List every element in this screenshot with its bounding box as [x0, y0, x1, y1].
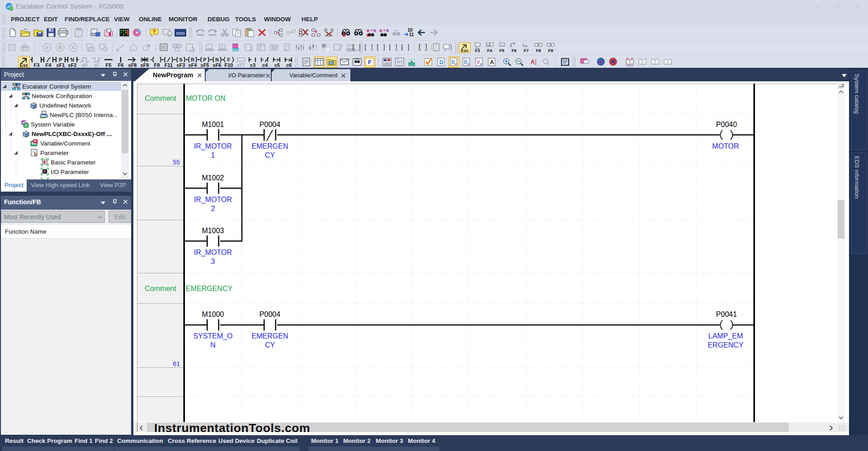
svg-text:F8: F8: [536, 48, 541, 53]
svg-text:P: P: [59, 57, 62, 62]
svg-text:sF2: sF2: [68, 62, 77, 68]
svg-text:EMERGENCY: EMERGENCY: [186, 285, 232, 292]
svg-text:N: N: [210, 341, 216, 349]
svg-text:o: o: [467, 62, 470, 66]
svg-text:D: D: [439, 59, 443, 66]
svg-text:EMERGEN: EMERGEN: [252, 142, 288, 150]
svg-text:F3: F3: [475, 48, 480, 53]
svg-text:A: A: [531, 59, 535, 65]
svg-text:P0004: P0004: [259, 121, 280, 128]
svg-text:F6: F6: [118, 62, 123, 68]
svg-text:aR: aR: [81, 62, 88, 68]
svg-text:IR_MOTOR: IR_MOTOR: [194, 142, 232, 150]
svg-text:P: P: [203, 57, 206, 62]
svg-text:sF5: sF5: [200, 62, 209, 68]
svg-text:R: R: [191, 57, 195, 62]
svg-text:c5: c5: [274, 62, 279, 68]
svg-text:?: ?: [153, 29, 156, 34]
svg-text:F4: F4: [487, 48, 492, 53]
svg-text:N: N: [487, 44, 489, 47]
svg-text:F9: F9: [548, 48, 553, 53]
svg-text:c6: c6: [286, 62, 292, 68]
svg-text:F3: F3: [33, 62, 39, 68]
svg-text:D: D: [367, 33, 370, 37]
svg-text:M1003: M1003: [202, 227, 224, 235]
svg-text:o: o: [373, 28, 376, 33]
svg-text:sF3: sF3: [176, 62, 185, 68]
svg-text:M1002: M1002: [202, 174, 224, 182]
svg-text:D: D: [343, 33, 346, 37]
svg-text:Comment: Comment: [145, 94, 176, 102]
svg-text:Comment: Comment: [145, 285, 176, 292]
svg-text:61: 61: [173, 360, 180, 367]
svg-text:IR_MOTOR: IR_MOTOR: [194, 249, 232, 257]
svg-text:F11: F11: [165, 62, 173, 68]
svg-text:EMERGEN: EMERGEN: [252, 332, 288, 340]
svg-text:sF9: sF9: [140, 62, 149, 68]
svg-text:c4: c4: [262, 62, 268, 68]
svg-text:CY: CY: [265, 151, 275, 159]
svg-text:N: N: [288, 58, 292, 62]
svg-text:sF1: sF1: [56, 62, 65, 68]
svg-text:M1000: M1000: [202, 310, 224, 318]
svg-text:aF: aF: [94, 62, 99, 68]
svg-text:F5: F5: [106, 62, 112, 68]
svg-text:P: P: [277, 58, 279, 62]
svg-text:LAMP_EM: LAMP_EM: [708, 332, 743, 340]
svg-text:F6: F6: [511, 48, 516, 53]
svg-text:N: N: [71, 57, 74, 62]
svg-text:F9: F9: [154, 62, 160, 68]
svg-text:sF7: sF7: [236, 62, 245, 68]
svg-text:1: 1: [211, 151, 215, 159]
svg-text:F: F: [227, 57, 231, 62]
svg-text:F5: F5: [499, 48, 505, 53]
svg-text:D: D: [451, 60, 454, 65]
svg-text:Esc: Esc: [461, 48, 469, 53]
svg-text:F: F: [368, 59, 372, 66]
svg-text:55: 55: [173, 159, 180, 166]
svg-text:Esc: Esc: [20, 62, 28, 68]
svg-text:a: a: [379, 28, 382, 33]
svg-text:D: D: [464, 60, 467, 65]
svg-text:N: N: [215, 57, 219, 62]
svg-text:SSO: SSO: [176, 31, 184, 36]
svg-text:P0041: P0041: [716, 310, 737, 318]
svg-text:P0040: P0040: [716, 121, 737, 128]
svg-text:F4: F4: [46, 62, 52, 68]
svg-text:11: 11: [409, 32, 414, 37]
svg-text:P0004: P0004: [259, 310, 280, 318]
svg-text:MOTOR ON: MOTOR ON: [186, 94, 226, 102]
svg-text:ERGENCY: ERGENCY: [708, 341, 743, 349]
svg-text:F10: F10: [225, 62, 233, 68]
svg-text:o: o: [480, 62, 482, 66]
svg-text:SYSTEM_O: SYSTEM_O: [193, 332, 232, 340]
svg-text:sF6: sF6: [212, 62, 221, 68]
svg-text:v: v: [455, 62, 457, 66]
svg-text:2: 2: [211, 205, 215, 212]
svg-text:IR_MOTOR: IR_MOTOR: [194, 196, 232, 204]
svg-text:sF8: sF8: [128, 62, 137, 68]
svg-text:3: 3: [211, 258, 215, 265]
svg-text:A: A: [490, 59, 494, 66]
svg-text:CY: CY: [265, 341, 275, 349]
svg-text:a: a: [367, 28, 369, 33]
svg-text:c3: c3: [250, 62, 255, 68]
svg-text:S: S: [179, 57, 182, 62]
svg-text:MOTOR: MOTOR: [712, 142, 739, 150]
svg-text:F7: F7: [524, 48, 528, 53]
svg-text:M1001: M1001: [202, 121, 224, 128]
svg-text:o: o: [386, 28, 389, 33]
svg-text:sF4: sF4: [189, 62, 198, 68]
